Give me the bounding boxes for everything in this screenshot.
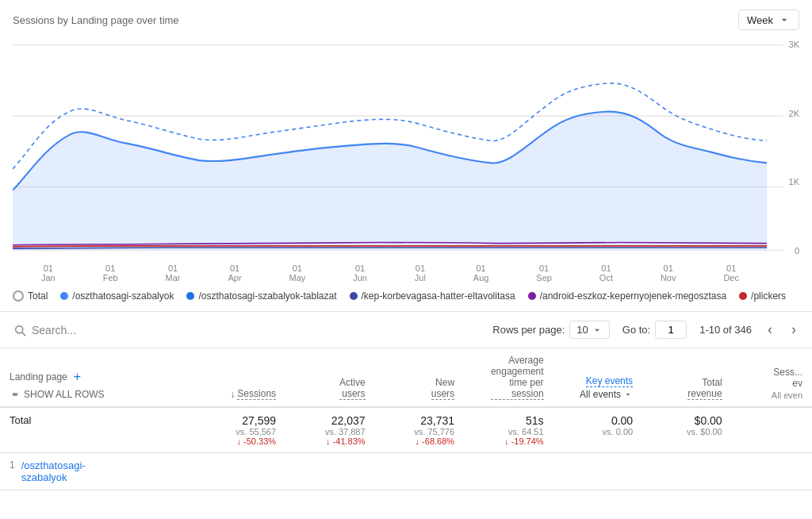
th-sessions-ev-label: Sess...ev (773, 367, 802, 389)
row-1-sessions-ev (732, 453, 812, 490)
y-label-3k: 3K (789, 40, 799, 49)
legend-dot-plickers (739, 292, 747, 300)
rows-per-page-value: 10 (576, 324, 588, 336)
total-sessions-change: ↓ -50.33% (206, 436, 277, 446)
go-to-input[interactable] (655, 321, 687, 339)
row-1-revenue (642, 453, 732, 490)
th-new-users: Newusers (375, 348, 465, 407)
total-active-users-change: ↓ -41.83% (295, 436, 366, 446)
x-label-dec: 01Dec (723, 263, 739, 283)
table-row: 1 /oszthatosagi-szabalyok (0, 453, 812, 490)
chart-svg (13, 37, 799, 259)
total-sessions-ev (732, 407, 812, 453)
next-page-button[interactable]: › (788, 320, 799, 340)
period-dropdown[interactable]: Week (738, 10, 799, 30)
total-avg-change: ↓ -19.74% (473, 436, 544, 446)
show-all-rows-label: SHOW ALL ROWS (24, 389, 105, 400)
total-sessions-value: 27,599 (206, 414, 277, 427)
search-input[interactable] (32, 324, 190, 336)
search-pagination-bar: Rows per page: 10 Go to: 1-10 of 346 ‹ › (0, 312, 812, 348)
legend-item-kep[interactable]: /kep-korbevagasa-hatter-eltavolitasa (350, 290, 515, 302)
total-key-events-value: 0.00 (563, 414, 634, 427)
row-1-key-events (553, 453, 643, 490)
legend-item-android[interactable]: /android-eszkoz-kepernyojenek-megosztasa (528, 290, 726, 302)
total-sessions: 27,599 vs. 55,567 ↓ -50.33% (197, 407, 286, 453)
rows-per-page-select[interactable]: 10 (569, 321, 609, 339)
search-icon (13, 323, 27, 337)
chart-section: Sessions by Landing page over time Week … (0, 0, 812, 312)
x-label-jan: 01Jan (41, 263, 56, 283)
total-sessions-vs: vs. 55,567 (206, 427, 277, 436)
rows-per-page-label: Rows per page: (492, 324, 565, 336)
x-label-nov: 01Nov (661, 263, 676, 283)
legend-item-plickers[interactable]: /plickers (739, 290, 786, 302)
prev-page-button[interactable]: ‹ (764, 320, 776, 340)
th-sessions-sort[interactable]: ↓ Sessions (230, 388, 276, 400)
th-sessions-ev-sub: All even (772, 390, 802, 400)
table-header-row: Landing page + SHOW ALL ROWS (0, 348, 812, 407)
th-sessions-label: Sessions (237, 388, 276, 400)
total-revenue-value: $0.00 (652, 414, 722, 427)
y-label-0: 0 (789, 246, 799, 256)
row-1-link[interactable]: /oszthatosagi-szabalyok (21, 459, 86, 483)
add-dimension-button[interactable]: + (71, 370, 84, 384)
th-total-revenue-label: Totalrevenue (688, 377, 722, 400)
x-label-feb: 01Feb (103, 263, 118, 283)
search-box (13, 323, 483, 337)
row-1-num: 1 (10, 459, 15, 471)
y-axis-labels: 3K 2K 1K 0 (789, 37, 799, 259)
row-1-new-users (375, 453, 465, 490)
chart-title: Sessions by Landing page over time (13, 14, 179, 26)
row-1-active-users (285, 453, 375, 490)
total-avg-engagement: 51s vs. 64.51 ↓ -19.74% (464, 407, 553, 453)
x-label-sep: 01Sep (536, 263, 552, 283)
x-label-jul: 01Jul (415, 263, 426, 283)
total-revenue-vs: vs. $0.00 (652, 427, 722, 436)
th-sessions-ev: Sess...ev All even (732, 348, 812, 407)
legend-item-tablazat[interactable]: /oszthatosagi-szabalyok-tablazat (186, 290, 336, 302)
legend-label-plickers: /plickers (751, 290, 786, 302)
sort-down-icon: ↓ (230, 389, 235, 400)
total-key-events-vs: vs. 0.00 (563, 427, 634, 436)
th-landing-page: Landing page + SHOW ALL ROWS (0, 348, 197, 407)
legend-item-total[interactable]: Total (13, 290, 48, 302)
legend-icon-total (13, 290, 24, 302)
main-container: Sessions by Landing page over time Week … (0, 0, 812, 490)
page-range: 1-10 of 346 (699, 324, 752, 336)
legend-label-total: Total (28, 290, 48, 302)
x-axis-labels: 01Jan 01Feb 01Mar 01Apr 01May 01Jun 01Ju… (13, 260, 799, 283)
legend-dot-oszthatosagi (60, 292, 68, 300)
th-active-users: Activeusers (285, 348, 375, 407)
x-label-mar: 01Mar (166, 263, 181, 283)
all-events-chevron (623, 390, 633, 399)
total-new-users-vs: vs. 75,776 (385, 427, 455, 436)
show-all-rows-button[interactable]: SHOW ALL ROWS (10, 386, 105, 400)
x-label-apr: 01Apr (228, 263, 241, 283)
legend-dot-kep (350, 292, 358, 300)
total-revenue: $0.00 vs. $0.00 (642, 407, 732, 453)
y-label-2k: 2K (789, 109, 799, 118)
total-label: Total (0, 407, 197, 453)
th-key-events: Key events All events (553, 348, 643, 407)
row-1-sessions (197, 453, 286, 490)
th-new-users-label: Newusers (431, 377, 454, 400)
legend-label-oszthatosagi: /oszthatosagi-szabalyok (72, 290, 174, 302)
th-active-users-label: Activeusers (339, 377, 366, 400)
total-new-users-value: 23,731 (385, 414, 455, 427)
legend-item-oszthatosagi[interactable]: /oszthatosagi-szabalyok (60, 290, 174, 302)
total-active-users-vs: vs. 37,887 (295, 427, 366, 436)
x-label-oct: 01Oct (599, 263, 613, 283)
row-1-landing: 1 /oszthatosagi-szabalyok (0, 453, 197, 490)
legend-dot-tablazat (186, 292, 194, 300)
chart-header: Sessions by Landing page over time Week (13, 10, 799, 30)
all-events-dropdown[interactable]: All events (580, 389, 633, 400)
th-landing-label: Landing page (10, 371, 67, 383)
chart-area: 3K 2K 1K 0 (13, 37, 799, 259)
rows-dropdown-icon (592, 325, 603, 336)
legend-label-tablazat: /oszthatosagi-szabalyok-tablazat (198, 290, 336, 302)
th-key-events-label: Key events (586, 375, 633, 387)
rows-per-page: Rows per page: 10 (492, 321, 610, 339)
period-label: Week (747, 14, 773, 26)
total-active-users-value: 22,037 (295, 414, 366, 427)
total-row: Total 27,599 vs. 55,567 ↓ -50.33% 22,037… (0, 407, 812, 453)
